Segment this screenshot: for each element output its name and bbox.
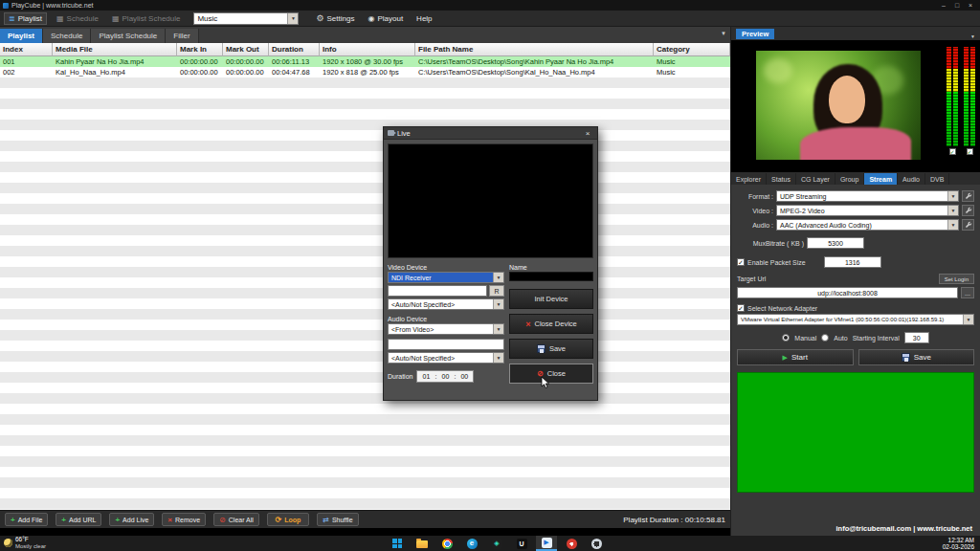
tab-audio[interactable]: Audio [898,173,925,185]
network-adapter-dropdown[interactable]: VMware Virtual Ethernet Adapter for VMne… [737,314,974,325]
add-file-button[interactable]: Add File [5,513,48,526]
window-title: PlayCube | www.tricube.net [11,2,93,9]
starting-interval-field[interactable]: 30 [904,332,929,343]
packet-size-field[interactable]: 1316 [824,256,881,268]
duration-minutes-field[interactable]: 00 [438,373,452,380]
column-header-file-path[interactable]: File Path Name [415,43,654,56]
shuffle-button[interactable]: Shuffle [317,513,359,526]
start-button[interactable]: Start [737,349,854,365]
tab-playlist[interactable]: Playlist [0,29,43,43]
u-app-button[interactable] [511,536,532,551]
chrome-button[interactable] [436,536,457,551]
manual-label: Manual [794,335,816,342]
refresh-button[interactable]: R [489,285,504,297]
playlist-row-selected[interactable]: 001 Kahin Pyaar Na Ho Jia.mp4 00:00:00.0… [0,56,730,67]
tabstrip-dropdown-icon[interactable] [721,22,726,39]
tab-playlist-schedule[interactable]: Playlist Schedule [91,29,166,43]
red-app-button[interactable] [561,536,582,551]
tab-dvb[interactable]: DVB [925,173,949,185]
column-header-info[interactable]: Info [320,43,415,56]
column-header-index[interactable]: Index [0,43,53,56]
main-toolbar: Playlist Schedule Playlist Schedule Musi… [0,11,980,27]
playcube-taskbar-button[interactable] [536,536,557,551]
menu-schedule-button[interactable]: Schedule [53,12,102,25]
tab-cg-layer[interactable]: CG Layer [796,173,835,185]
loop-button[interactable]: Loop [267,513,309,526]
start-button[interactable] [387,536,408,551]
audio-mode-dropdown[interactable]: <Auto/Not Specified> [388,352,504,364]
duration-seconds-field[interactable]: 00 [457,373,471,380]
menu-playlist-label: Playlist [18,14,42,23]
tab-schedule[interactable]: Schedule [43,29,91,43]
save-stream-button[interactable]: Save [858,349,975,365]
weather-widget[interactable]: 66°F Mostly clear [0,537,86,549]
menu-help-button[interactable]: Help [412,12,435,25]
menu-playlist-button[interactable]: Playlist [4,12,47,25]
audio-device-id-field[interactable] [388,339,504,350]
tab-stream[interactable]: Stream [864,173,898,185]
column-header-mark-out[interactable]: Mark Out [223,43,269,56]
close-button[interactable]: × [964,0,977,11]
video-codec-dropdown[interactable]: MPEG-2 Video [776,205,959,216]
cell-file-path: C:\Users\TeamOS\Desktop\Song\Kahin Pyaar… [415,56,654,67]
taskbar-clock[interactable]: 12:32 AM 02-03-2026 [943,537,980,550]
window-titlebar[interactable]: PlayCube | www.tricube.net – □ × [0,0,980,11]
menu-playlist-schedule-button[interactable]: Playlist Schedule [108,12,184,25]
duration-hours-field[interactable]: 01 [419,373,433,380]
target-url-field[interactable]: udp://localhost:8008 [737,287,958,298]
gray-app-button[interactable] [586,536,607,551]
format-settings-button[interactable] [962,190,974,202]
format-dropdown[interactable]: UDP Streaming [776,190,959,202]
muxbitrate-field[interactable]: 5300 [807,237,864,249]
dialog-close-icon[interactable]: × [582,128,593,139]
edge-button[interactable] [461,536,482,551]
remove-button[interactable]: Remove [162,513,206,526]
video-device-dropdown[interactable]: NDI Receiver [388,272,504,283]
category-dropdown[interactable]: Music [193,12,299,25]
live-preview-area [388,143,593,258]
maximize-button[interactable]: □ [950,0,964,11]
playlist-row[interactable]: 002 Kal_Ho_Naa_Ho.mp4 00:00:00.00 00:00:… [0,67,730,77]
tab-preview[interactable]: Preview [736,29,774,39]
tab-status[interactable]: Status [767,173,796,185]
tab-group[interactable]: Group [835,173,864,185]
select-network-adapter-checkbox[interactable] [737,304,745,312]
set-login-button[interactable]: Set Login [939,274,974,284]
menu-playout-button[interactable]: Playout [364,12,407,25]
video-device-id-field[interactable] [388,285,487,297]
column-header-category[interactable]: Category [654,43,730,56]
add-url-button[interactable]: Add URL [56,513,101,526]
tab-filler[interactable]: Filler [166,29,198,43]
audio-settings-button[interactable] [962,219,974,231]
name-field[interactable] [509,272,593,281]
store-app-button[interactable] [486,536,507,551]
audio-codec-dropdown[interactable]: AAC (Advanced Audio Coding) [776,219,959,231]
video-mode-dropdown[interactable]: <Auto/Not Specified> [388,298,504,310]
clear-all-button[interactable]: Clear All [213,513,259,526]
menu-settings-label: Settings [327,14,355,23]
video-settings-button[interactable] [962,205,974,216]
u-app-icon [517,539,527,549]
manual-radio[interactable] [782,334,790,342]
save-device-button[interactable]: Save [509,339,593,359]
meter-checkbox[interactable] [949,148,956,155]
enable-packet-size-checkbox[interactable] [737,258,745,266]
menu-settings-button[interactable]: Settings [312,12,358,25]
column-header-media-file[interactable]: Media File [53,43,177,56]
browse-button[interactable]: ... [961,287,974,298]
close-dialog-button[interactable]: Close [509,364,593,384]
column-header-mark-in[interactable]: Mark In [177,43,223,56]
audio-device-dropdown[interactable]: <From Video> [388,323,504,335]
auto-radio[interactable] [821,334,829,342]
tab-explorer[interactable]: Explorer [731,173,767,185]
live-dialog-titlebar[interactable]: Live × [384,127,597,140]
meter-checkbox[interactable] [967,148,973,155]
init-device-button[interactable]: Init Device [509,289,593,309]
cell-media-file: Kahin Pyaar Na Ho Jia.mp4 [53,56,177,67]
column-header-duration[interactable]: Duration [269,43,320,56]
minimize-button[interactable]: – [937,0,950,11]
shuffle-label: Shuffle [332,517,353,523]
close-device-button[interactable]: Close Device [509,314,593,334]
file-explorer-button[interactable] [412,536,433,551]
add-live-button[interactable]: Add Live [109,513,154,526]
